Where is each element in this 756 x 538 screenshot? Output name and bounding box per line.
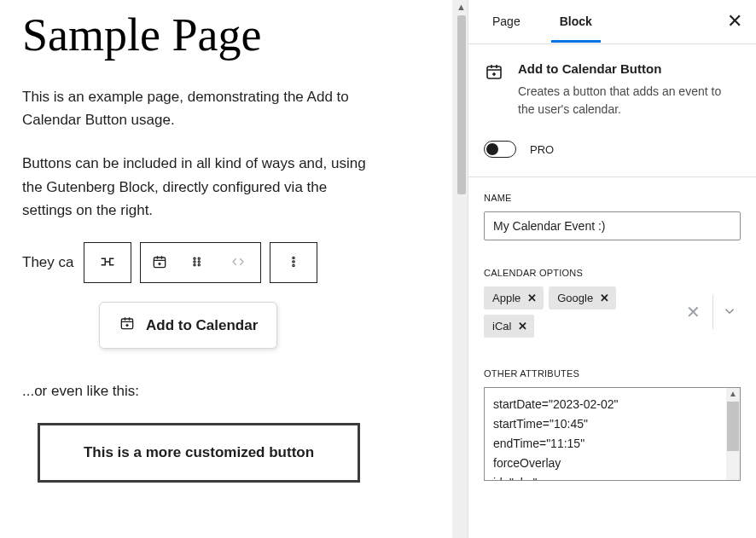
scrollbar-thumb[interactable]: [457, 15, 466, 194]
divider: [712, 295, 713, 329]
more-options-button[interactable]: [270, 242, 317, 283]
svg-point-6: [199, 263, 201, 265]
attributes-text[interactable]: startDate="2023-02-02" startTime="10:45"…: [485, 388, 740, 481]
chip-google[interactable]: Google ✕: [549, 286, 616, 309]
chip-ical[interactable]: iCal ✕: [484, 315, 534, 338]
name-input[interactable]: [484, 211, 741, 240]
sidebar-tabs: Page Block ✕: [468, 0, 756, 44]
svg-point-2: [194, 260, 195, 262]
button-label: Add to Calendar: [146, 317, 258, 334]
chip-label: Google: [557, 292, 593, 304]
drag-handle[interactable]: [178, 243, 216, 282]
more-vertical-icon: [286, 252, 301, 274]
block-title: Add to Calendar Button: [518, 61, 741, 76]
other-attributes-textarea[interactable]: ▲ startDate="2023-02-02" startTime="10:4…: [484, 387, 741, 481]
paragraph[interactable]: ...or even like this:: [22, 379, 381, 402]
svg-point-5: [199, 260, 201, 262]
expand-options-button[interactable]: [718, 304, 741, 321]
block-description: Creates a button that adds an event to t…: [518, 83, 741, 119]
block-header: Add to Calendar Button Creates a button …: [468, 44, 756, 134]
section-label: OTHER ATTRIBUTES: [484, 368, 741, 379]
section-label: CALENDAR OPTIONS: [484, 268, 741, 278]
parent-block-button[interactable]: [84, 242, 131, 283]
customized-calendar-button[interactable]: This is a more customized button: [38, 423, 360, 483]
section-label: NAME: [484, 193, 741, 203]
close-icon: ✕: [686, 303, 701, 321]
svg-point-9: [293, 264, 294, 266]
calendar-add-icon: [119, 315, 136, 336]
block-type-button[interactable]: [141, 243, 178, 282]
block-toolbar-row: They ca: [22, 242, 430, 283]
move-buttons[interactable]: [216, 243, 260, 282]
svg-rect-0: [154, 257, 166, 268]
svg-point-8: [293, 260, 294, 262]
section-calendar-options: CALENDAR OPTIONS Apple ✕ Google ✕ iCal ✕: [468, 252, 756, 338]
split-icon: [98, 252, 117, 274]
page-title[interactable]: Sample Page: [22, 9, 430, 61]
chip-apple[interactable]: Apple ✕: [484, 286, 544, 309]
paragraph[interactable]: Buttons can be included in all kind of w…: [22, 152, 381, 222]
chevrons-icon: [227, 254, 249, 272]
chevron-down-icon: [722, 309, 737, 321]
drag-icon: [189, 254, 205, 272]
pro-toggle[interactable]: [484, 141, 516, 158]
svg-point-7: [293, 257, 294, 258]
close-sidebar-button[interactable]: ✕: [727, 11, 742, 30]
tab-block[interactable]: Block: [550, 3, 602, 42]
pro-label: PRO: [530, 143, 554, 156]
settings-sidebar: Page Block ✕ Add to Calendar Button Crea…: [468, 0, 756, 538]
calendar-add-icon: [151, 253, 168, 273]
svg-point-3: [194, 263, 195, 265]
clear-options-button[interactable]: ✕: [678, 302, 707, 322]
paragraph-fragment[interactable]: They ca: [22, 254, 73, 271]
tab-page[interactable]: Page: [482, 3, 531, 42]
svg-point-4: [199, 257, 201, 259]
scroll-arrow-up-icon[interactable]: ▲: [457, 2, 466, 12]
close-icon: ✕: [727, 9, 742, 31]
svg-point-1: [194, 257, 195, 259]
block-toolbar: [140, 242, 261, 283]
editor-area: Sample Page This is an example page, dem…: [0, 0, 468, 538]
scrollbar-thumb[interactable]: [727, 402, 739, 451]
chip-label: iCal: [492, 320, 511, 333]
paragraph[interactable]: This is an example page, demonstrating t…: [22, 85, 381, 131]
close-icon[interactable]: ✕: [518, 321, 527, 332]
section-other-attributes: OTHER ATTRIBUTES ▲ startDate="2023-02-02…: [468, 353, 756, 481]
pro-toggle-row: PRO: [468, 134, 756, 177]
toggle-knob: [486, 143, 498, 155]
svg-rect-10: [121, 319, 132, 329]
calendar-add-icon: [484, 61, 504, 82]
chip-label: Apple: [492, 292, 520, 304]
close-icon[interactable]: ✕: [600, 292, 609, 304]
add-to-calendar-button[interactable]: Add to Calendar: [99, 302, 277, 349]
close-icon[interactable]: ✕: [527, 292, 537, 304]
scroll-arrow-up-icon[interactable]: ▲: [729, 389, 737, 398]
calendar-option-chips[interactable]: Apple ✕ Google ✕ iCal ✕: [484, 286, 678, 338]
section-name: NAME: [468, 177, 756, 240]
